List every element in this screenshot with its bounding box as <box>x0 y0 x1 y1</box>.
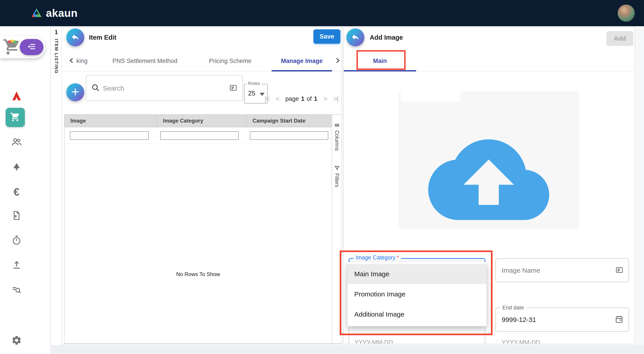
tab-pricing-scheme[interactable]: Pricing Scheme <box>209 51 252 71</box>
column-header-image[interactable]: Image <box>64 115 157 127</box>
active-tab-underline <box>344 70 416 72</box>
chevron-left-icon <box>68 57 76 65</box>
sidebar-item-pdf[interactable] <box>0 86 33 106</box>
end-date-field[interactable]: End date <box>496 308 629 332</box>
filters-tool-button[interactable]: Filters <box>334 165 340 187</box>
grid-side-buttons: Columns Filters <box>332 115 342 343</box>
screen: akaun <box>0 0 644 354</box>
tab-pns-settlement[interactable]: PNS Settlement Method <box>112 51 178 71</box>
page-title: Item Edit <box>89 34 116 41</box>
first-page-button[interactable]: |< <box>265 95 269 102</box>
menu-collapse-icon <box>27 42 36 52</box>
columns-tool-button[interactable]: Columns <box>334 122 340 151</box>
page-current: 1 <box>301 96 304 102</box>
add-row-button[interactable] <box>66 83 84 101</box>
sidebar-item-currency[interactable]: € <box>0 182 33 202</box>
image-category-label-text: Image Category <box>356 254 396 260</box>
columns-tool-label: Columns <box>334 130 340 151</box>
search-input[interactable] <box>103 84 229 92</box>
sidebar-item-audit-search[interactable] <box>0 280 33 300</box>
topbar: akaun <box>0 0 644 26</box>
last-page-button[interactable]: >| <box>334 95 338 102</box>
rows-per-page-select[interactable]: Rows 25 <box>244 84 268 104</box>
field-list-icon[interactable] <box>229 84 238 93</box>
pdf-reader-icon <box>11 90 22 102</box>
sidebar-item-file-upload[interactable] <box>0 206 33 226</box>
logo-text: akaun <box>46 7 78 19</box>
nav-strip-index: 1 <box>51 29 62 36</box>
pagination: |< < page 1 of 1 > >| <box>265 94 338 104</box>
rows-value: 25 <box>248 90 255 97</box>
filter-input-image-category[interactable] <box>160 131 239 140</box>
cloud-upload-icon <box>428 129 549 221</box>
plus-icon <box>71 88 80 97</box>
alert-triangle-icon <box>11 161 22 173</box>
add-button[interactable]: Add <box>606 31 633 46</box>
prev-page-button[interactable]: < <box>276 95 279 102</box>
sidebar-item-users[interactable] <box>0 132 33 152</box>
item-edit-panel: Item Edit Save king PNS Settlement Metho… <box>62 27 342 344</box>
sidebar-item-pos-cart[interactable] <box>6 108 25 127</box>
nav-strip-label: ITEM LISTING <box>54 39 59 74</box>
page-title: Add Image <box>370 34 403 41</box>
next-page-button[interactable]: > <box>324 95 327 102</box>
sidebar-item-alerts[interactable] <box>0 157 33 177</box>
upload-zone-strip <box>401 92 460 102</box>
vertical-nav-strip[interactable]: 1 ITEM LISTING <box>50 26 62 345</box>
save-button[interactable]: Save <box>314 29 340 44</box>
end-date-hint: YYYY-MM-DD <box>502 339 540 344</box>
filter-funnel-icon <box>334 165 340 171</box>
item-edit-tabbar: king PNS Settlement Method Pricing Schem… <box>62 51 341 72</box>
page-word: page <box>285 96 299 102</box>
back-button[interactable] <box>346 28 364 46</box>
rows-label: Rows <box>247 81 261 86</box>
sidebar-item-upload[interactable] <box>0 255 33 275</box>
bottom-strip <box>50 345 644 354</box>
start-date-hint: YYYY-MM-DD <box>354 339 393 344</box>
image-category-label: Image Category* <box>354 254 401 261</box>
field-list-icon[interactable] <box>615 266 624 275</box>
image-name-field[interactable] <box>496 258 629 282</box>
user-avatar[interactable] <box>618 5 634 22</box>
tabs-scroll-left[interactable] <box>68 51 76 71</box>
grid-main: Image Image Category Campaign Start Date… <box>64 115 332 343</box>
add-image-tabbar: Main <box>344 51 634 72</box>
page-total: 1 <box>314 96 317 102</box>
back-button[interactable] <box>66 28 84 46</box>
sidebar-item-settings[interactable] <box>0 331 33 351</box>
filter-input-image[interactable] <box>70 131 149 140</box>
caret-down-icon <box>260 93 265 96</box>
tab-manage-image[interactable]: Manage Image <box>281 51 323 71</box>
images-grid: Image Image Category Campaign Start Date… <box>64 114 342 344</box>
grid-filter-row <box>64 127 332 144</box>
audit-search-icon <box>11 284 22 296</box>
end-date-label: End date <box>500 304 526 311</box>
settings-gear-icon <box>11 335 22 346</box>
drawer-toggle-button[interactable] <box>20 39 44 55</box>
column-header-campaign-start-date[interactable]: Campaign Start Date <box>247 115 332 127</box>
calendar-icon[interactable] <box>615 315 624 325</box>
dropdown-option-additional-image[interactable]: Additional Image <box>348 304 486 324</box>
image-name-input[interactable] <box>502 259 605 282</box>
columns-grip-icon <box>334 122 340 128</box>
grid-body: No Rows To Show <box>64 144 332 343</box>
column-header-image-category[interactable]: Image Category <box>157 115 247 127</box>
required-asterisk: * <box>397 254 399 260</box>
image-category-dropdown-menu: Main Image Promotion Image Additional Im… <box>348 262 486 326</box>
back-arrow-icon <box>351 32 360 42</box>
end-date-input[interactable] <box>502 308 605 331</box>
grid-empty-message: No Rows To Show <box>176 271 220 277</box>
page-indicator: page 1 of 1 <box>285 96 317 102</box>
dropdown-option-promotion-image[interactable]: Promotion Image <box>348 284 486 304</box>
logo-triangle-icon <box>31 8 42 19</box>
back-arrow-icon <box>71 32 80 42</box>
dropdown-option-main-image[interactable]: Main Image <box>348 264 486 284</box>
image-upload-dropzone[interactable] <box>399 92 579 228</box>
euro-icon: € <box>14 186 20 198</box>
tab-clipped[interactable]: king <box>76 51 88 71</box>
tabs-scroll-right[interactable] <box>334 51 341 71</box>
active-tab-underline <box>272 70 332 72</box>
filter-input-campaign-start-date[interactable] <box>250 131 328 140</box>
tab-main[interactable]: Main <box>344 51 416 71</box>
sidebar-item-timer[interactable] <box>0 230 33 251</box>
